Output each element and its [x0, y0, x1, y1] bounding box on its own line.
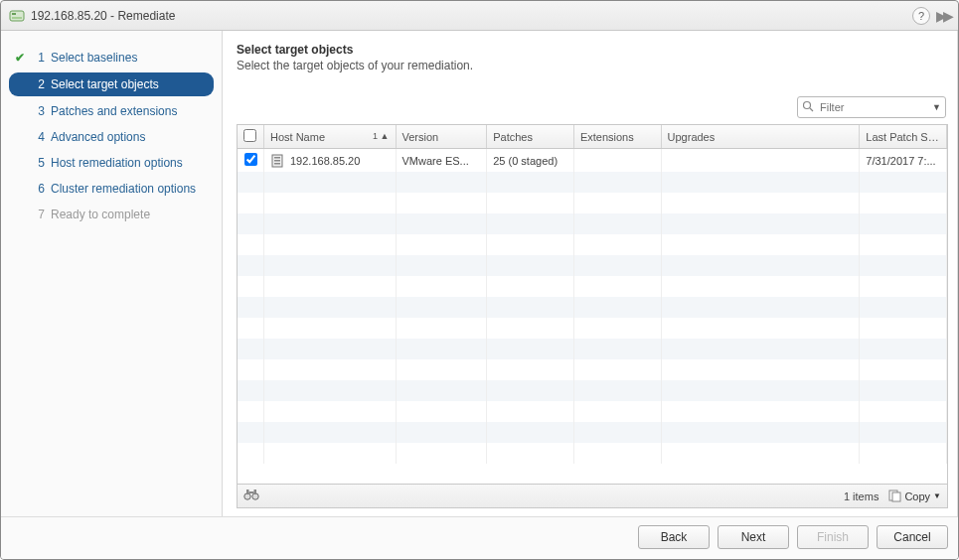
table-row[interactable]: 192.168.85.20VMware ES...25 (0 staged)7/…	[238, 149, 947, 172]
col-version[interactable]: Version	[396, 125, 487, 149]
window-title: 192.168.85.20 - Remediate	[31, 9, 175, 23]
table-row-empty	[238, 276, 947, 297]
check-icon: ✔	[15, 51, 29, 65]
table-row-empty	[238, 318, 947, 339]
table-row-empty	[238, 359, 947, 380]
panel-description: Select the target objects of your remedi…	[237, 59, 948, 72]
svg-rect-6	[274, 157, 280, 159]
step-label: Select target objects	[51, 77, 159, 91]
remediate-wizard-window: 192.168.85.20 - Remediate ? ▶▶ ✔1 Select…	[0, 0, 959, 560]
col-patches[interactable]: Patches	[487, 125, 574, 149]
grid-footer: 1 items Copy▼	[238, 484, 947, 507]
table-row-empty	[238, 380, 947, 401]
host-icon	[270, 154, 284, 168]
step-label: Patches and extensions	[51, 104, 177, 118]
table-row-empty	[238, 255, 947, 276]
step-label: Select baselines	[51, 51, 137, 65]
select-all-header[interactable]	[238, 125, 264, 149]
main-panel: Select target objects Select the target …	[223, 31, 958, 516]
select-all-checkbox[interactable]	[243, 129, 256, 142]
svg-rect-2	[12, 17, 22, 19]
svg-rect-8	[274, 163, 280, 165]
svg-rect-1	[12, 13, 16, 15]
svg-rect-0	[10, 11, 24, 21]
svg-rect-11	[246, 490, 249, 494]
cell-version: VMware ES...	[396, 149, 487, 172]
back-button[interactable]: Back	[638, 525, 710, 549]
table-row-empty	[238, 172, 947, 193]
svg-rect-13	[249, 491, 254, 493]
cancel-button[interactable]: Cancel	[877, 525, 948, 549]
table-row-empty	[238, 443, 947, 464]
wizard-step-1[interactable]: ✔1 Select baselines	[1, 45, 222, 70]
filter-box[interactable]: ▼	[797, 96, 946, 118]
finish-button: Finish	[797, 525, 869, 549]
table-row-empty	[238, 213, 947, 234]
step-label: Host remediation options	[51, 156, 183, 170]
step-label: Cluster remediation options	[51, 182, 196, 196]
help-icon[interactable]: ?	[912, 7, 930, 25]
cell-patches: 25 (0 staged)	[487, 149, 574, 172]
next-button[interactable]: Next	[718, 525, 789, 549]
chevron-down-icon[interactable]: ▼	[932, 102, 941, 112]
cell-hostname: 192.168.85.20	[290, 155, 360, 167]
expand-icon[interactable]: ▶▶	[936, 8, 950, 24]
search-icon	[802, 100, 814, 115]
wizard-steps-sidebar: ✔1 Select baselines✔2 Select target obje…	[1, 31, 223, 516]
wizard-button-bar: Back Next Finish Cancel	[1, 516, 958, 559]
table-row-empty	[238, 234, 947, 255]
col-upgrades[interactable]: Upgrades	[661, 125, 860, 149]
vmware-icon	[9, 8, 25, 24]
wizard-step-6[interactable]: ✔6 Cluster remediation options	[1, 176, 222, 202]
table-row-empty	[238, 297, 947, 318]
step-label: Ready to complete	[51, 208, 150, 221]
table-row-empty	[238, 422, 947, 443]
svg-line-4	[810, 108, 813, 111]
cell-extensions	[573, 149, 661, 172]
wizard-step-2[interactable]: ✔2 Select target objects	[9, 72, 214, 96]
table-row-empty	[238, 401, 947, 422]
copy-icon	[888, 490, 901, 502]
items-count: 1 items	[844, 490, 879, 502]
cell-upgrades	[661, 149, 860, 172]
wizard-step-7: ✔7 Ready to complete	[1, 202, 222, 227]
svg-rect-7	[274, 160, 280, 162]
row-checkbox[interactable]	[244, 153, 257, 166]
table-row-empty	[238, 193, 947, 213]
target-objects-grid: Host Name1 ▲ Version Patches Extensions …	[237, 124, 948, 508]
wizard-step-4[interactable]: ✔4 Advanced options	[1, 124, 222, 150]
col-lastscan[interactable]: Last Patch Scan...	[860, 125, 947, 149]
svg-rect-15	[892, 492, 900, 501]
svg-point-3	[804, 101, 811, 108]
binoculars-icon[interactable]	[243, 488, 259, 504]
filter-input[interactable]	[818, 100, 932, 114]
col-hostname[interactable]: Host Name1 ▲	[264, 125, 397, 149]
titlebar: 192.168.85.20 - Remediate ? ▶▶	[1, 1, 958, 31]
step-label: Advanced options	[51, 130, 145, 144]
svg-rect-12	[254, 490, 257, 494]
copy-button[interactable]: Copy▼	[888, 490, 941, 502]
sort-indicator: 1 ▲	[373, 131, 389, 141]
cell-lastscan: 7/31/2017 7:...	[860, 149, 947, 172]
col-extensions[interactable]: Extensions	[573, 125, 661, 149]
panel-heading: Select target objects	[237, 43, 948, 57]
wizard-step-3[interactable]: ✔3 Patches and extensions	[1, 98, 222, 124]
wizard-step-5[interactable]: ✔5 Host remediation options	[1, 150, 222, 176]
table-row-empty	[238, 339, 947, 359]
